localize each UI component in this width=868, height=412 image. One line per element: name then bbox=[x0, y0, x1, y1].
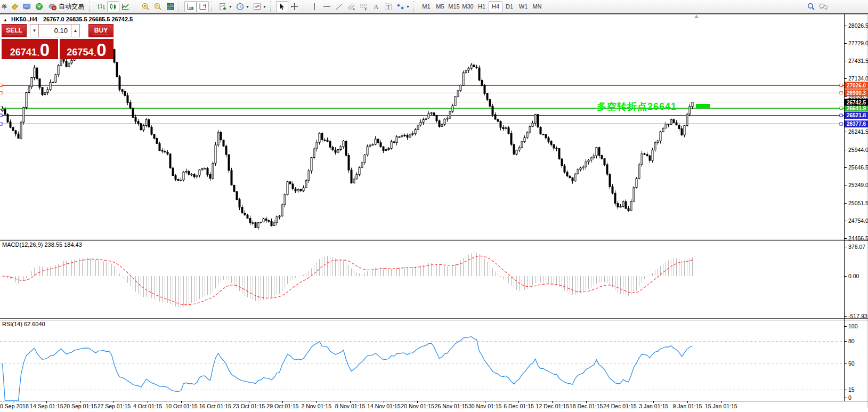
market-watch-button[interactable] bbox=[33, 1, 45, 12]
text-button[interactable]: A bbox=[370, 1, 382, 12]
fibonacci-icon: F bbox=[359, 2, 368, 11]
timeframe-m1-button[interactable]: M1 bbox=[419, 1, 433, 12]
chart-shift-button[interactable] bbox=[197, 1, 209, 12]
bar-chart-button[interactable] bbox=[95, 1, 107, 12]
new-order-button[interactable]: 单 bbox=[0, 1, 9, 12]
svg-text:26641.9: 26641.9 bbox=[847, 106, 866, 111]
svg-text:6 Dec 01:15: 6 Dec 01:15 bbox=[504, 403, 534, 409]
timeframe-mn-button[interactable]: MN bbox=[530, 1, 544, 12]
zoom-in-button[interactable] bbox=[140, 1, 152, 12]
chat-bubbles-icon bbox=[818, 2, 829, 11]
periods-button[interactable]: ▼ bbox=[234, 1, 251, 12]
svg-text:100: 100 bbox=[848, 323, 858, 329]
timeframe-w1-button[interactable]: W1 bbox=[516, 1, 530, 12]
macd-signal-line bbox=[3, 256, 693, 304]
text-label-icon: T bbox=[384, 2, 393, 11]
timeframe-m15-button[interactable]: M15 bbox=[447, 1, 461, 12]
svg-text:20 Nov 01:15: 20 Nov 01:15 bbox=[401, 403, 434, 409]
svg-text:26900.3: 26900.3 bbox=[847, 90, 866, 96]
volume-input[interactable] bbox=[39, 24, 71, 37]
hline-27026.0[interactable] bbox=[0, 84, 844, 87]
timeframe-m30-button[interactable]: M30 bbox=[461, 1, 475, 12]
svg-text:10 Oct 01:15: 10 Oct 01:15 bbox=[165, 403, 197, 409]
time-axis: 10 Sep 201814 Sep 01:1520 Sep 01:1527 Se… bbox=[0, 401, 737, 409]
svg-text:12 Dec 01:15: 12 Dec 01:15 bbox=[536, 403, 570, 409]
sell-price-display[interactable]: 26741.0 bbox=[2, 39, 58, 59]
chart-shift-icon bbox=[198, 2, 207, 11]
hline-26521.8[interactable] bbox=[0, 114, 844, 117]
green-orb-icon bbox=[35, 2, 44, 11]
chart-canvas[interactable]: 28026.527729.027431.527134.026836.526539… bbox=[0, 0, 868, 412]
crosshair-button[interactable] bbox=[288, 1, 301, 12]
line-chart-button[interactable] bbox=[119, 1, 132, 12]
sell-button[interactable]: SELL bbox=[2, 24, 27, 37]
hline-26641.9[interactable] bbox=[0, 107, 844, 110]
svg-text:376.07: 376.07 bbox=[848, 244, 865, 250]
rsi-axis: 1008050150 bbox=[844, 323, 858, 401]
candlestick-chart-button[interactable] bbox=[107, 1, 119, 12]
arrows-icon bbox=[396, 2, 405, 11]
fibonacci-button[interactable]: F bbox=[358, 1, 370, 12]
text-label-button[interactable]: T bbox=[382, 1, 394, 12]
timeframe-h4-button[interactable]: H4 bbox=[489, 1, 502, 12]
turning-point-annotation[interactable]: 多空转折点26641 bbox=[597, 100, 677, 113]
svg-text:0: 0 bbox=[848, 394, 851, 401]
horizontal-lines[interactable] bbox=[0, 84, 844, 126]
svg-text:26377.6: 26377.6 bbox=[847, 121, 866, 127]
svg-text:25944.0: 25944.0 bbox=[848, 147, 868, 153]
templates-button[interactable]: ▼ bbox=[251, 1, 268, 12]
indicators-button[interactable]: ▼ bbox=[217, 1, 234, 12]
equidistant-channel-button[interactable]: E bbox=[345, 1, 358, 12]
zoom-out-button[interactable] bbox=[152, 1, 164, 12]
svg-text:16 Oct 01:15: 16 Oct 01:15 bbox=[199, 403, 231, 409]
macd-label: MACD(12,26,9) 238.55 184.43 bbox=[2, 241, 82, 248]
timeframe-h1-button[interactable]: H1 bbox=[475, 1, 489, 12]
svg-text:15 Jan 01:15: 15 Jan 01:15 bbox=[705, 403, 737, 409]
shift-marker-icon bbox=[694, 15, 699, 18]
text-icon: A bbox=[371, 2, 380, 11]
collapse-arrow-icon: ▲ bbox=[3, 18, 7, 22]
buy-price-display[interactable]: 26754.0 bbox=[60, 39, 113, 59]
timeframe-m5-button[interactable]: M5 bbox=[433, 1, 447, 12]
search-button[interactable] bbox=[805, 1, 817, 12]
chevron-down-icon: ▼ bbox=[406, 5, 410, 9]
horizontal-line-icon bbox=[322, 2, 331, 11]
vertical-line-button[interactable] bbox=[309, 1, 321, 12]
toolbar-separator bbox=[211, 1, 215, 12]
svg-text:A: A bbox=[374, 3, 379, 11]
chat-button[interactable] bbox=[817, 1, 830, 12]
arrows-button[interactable]: ▼ bbox=[394, 1, 411, 12]
svg-text:30 Nov 01:15: 30 Nov 01:15 bbox=[468, 403, 502, 409]
trendline-button[interactable] bbox=[333, 1, 345, 12]
tile-windows-button[interactable] bbox=[164, 1, 176, 12]
svg-text:28026.5: 28026.5 bbox=[848, 22, 868, 29]
template-chart-icon bbox=[253, 2, 262, 11]
toolbar-separator bbox=[89, 1, 93, 12]
strategy-tester-button[interactable] bbox=[21, 1, 33, 12]
trendline-icon bbox=[335, 2, 344, 11]
volume-decrease-button[interactable]: ▼ bbox=[30, 24, 39, 37]
turning-point-marker[interactable] bbox=[696, 104, 710, 108]
macd-plot bbox=[3, 253, 693, 308]
autotrading-button[interactable]: 自动交易 bbox=[45, 1, 87, 12]
svg-text:26742.5: 26742.5 bbox=[847, 100, 866, 106]
buy-button[interactable]: BUY bbox=[88, 24, 113, 37]
svg-text:80: 80 bbox=[848, 338, 855, 344]
svg-text:23 Oct 01:15: 23 Oct 01:15 bbox=[233, 403, 265, 409]
svg-text:25349.0: 25349.0 bbox=[848, 182, 868, 188]
svg-text:27431.5: 27431.5 bbox=[848, 58, 868, 64]
autoscroll-button[interactable] bbox=[184, 1, 197, 12]
svg-text:27134.0: 27134.0 bbox=[848, 75, 868, 82]
chevron-down-icon: ▼ bbox=[229, 5, 232, 9]
timeframe-d1-button[interactable]: D1 bbox=[502, 1, 516, 12]
svg-text:14 Nov 01:15: 14 Nov 01:15 bbox=[367, 403, 401, 409]
horizontal-line-button[interactable] bbox=[321, 1, 333, 12]
one-click-trading-panel: SELL ▼ ▲ BUY 26741.0 26754.0 bbox=[2, 24, 113, 59]
hline-26377.6[interactable] bbox=[0, 123, 844, 125]
hline-26900.3[interactable] bbox=[0, 92, 844, 94]
volume-increase-button[interactable]: ▲ bbox=[71, 24, 80, 37]
cursor-button[interactable] bbox=[276, 1, 288, 12]
svg-text:E: E bbox=[353, 7, 355, 11]
svg-text:2 Nov 01:15: 2 Nov 01:15 bbox=[301, 403, 331, 409]
metaeditor-button[interactable] bbox=[9, 1, 21, 12]
